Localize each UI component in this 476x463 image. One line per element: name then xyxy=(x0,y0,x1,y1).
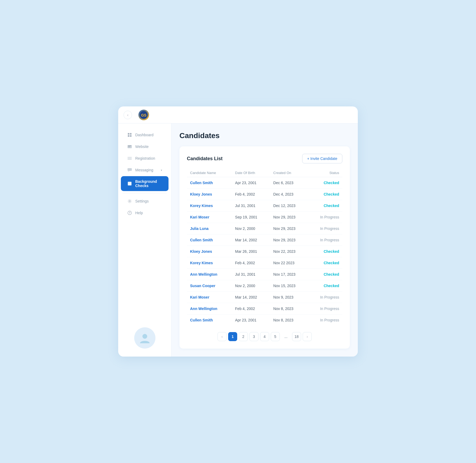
candidate-name[interactable]: Kloey Jones xyxy=(187,246,232,257)
avatar xyxy=(134,327,155,349)
pagination-page-1[interactable]: 1 xyxy=(228,332,237,341)
help-icon: ? xyxy=(127,210,132,215)
candidate-name[interactable]: Ann Wellington xyxy=(187,303,232,315)
svg-rect-10 xyxy=(128,158,132,159)
app-window: ‹ GS xyxy=(118,106,358,357)
sidebar-item-settings[interactable]: Settings xyxy=(121,196,169,207)
candidate-status: Checked xyxy=(308,246,342,257)
candidates-table: Candidate Name Date Of Birth Created On … xyxy=(187,169,342,326)
svg-rect-11 xyxy=(128,159,132,160)
svg-rect-9 xyxy=(128,157,132,158)
pagination-page-3[interactable]: 3 xyxy=(249,332,258,341)
candidate-dob: Mar 14, 2002 xyxy=(232,234,270,246)
candidate-created: Dec 6, 2023 xyxy=(270,177,309,189)
invite-candidate-button[interactable]: + Invite Candidate xyxy=(302,154,342,163)
sidebar-item-registration[interactable]: Registration xyxy=(121,153,169,164)
sidebar-item-label: Website xyxy=(135,144,149,149)
collapse-button[interactable]: ‹ xyxy=(124,111,132,119)
candidate-created: Nov 29, 2023 xyxy=(270,212,309,223)
logo-area: GS xyxy=(138,110,149,120)
candidate-dob: Sep 19, 2001 xyxy=(232,212,270,223)
svg-rect-5 xyxy=(130,135,132,137)
website-icon xyxy=(127,144,132,149)
pagination-page-18[interactable]: 18 xyxy=(292,332,301,341)
candidate-dob: Apr 23, 2001 xyxy=(232,177,270,189)
svg-rect-4 xyxy=(128,135,129,137)
candidate-status: In Progress xyxy=(308,292,342,303)
chevron-down-icon: ▾ xyxy=(161,169,162,172)
dashboard-icon xyxy=(127,133,132,137)
table-row: Kloey JonesMar 26, 2001Nov 22, 2023Check… xyxy=(187,246,342,257)
table-row: Ann WellingtonFeb 4, 2002Nov 8, 2023In P… xyxy=(187,303,342,315)
sidebar-divider xyxy=(122,193,167,193)
svg-point-15 xyxy=(129,201,130,202)
table-row: Kari MoserSep 19, 2001Nov 29, 2023In Pro… xyxy=(187,212,342,223)
svg-rect-12 xyxy=(128,168,132,171)
candidate-created: Nov 8, 2023 xyxy=(270,315,309,326)
candidate-status: Checked xyxy=(308,269,342,280)
sidebar-item-background-checks[interactable]: Background Checks xyxy=(121,176,169,191)
candidate-dob: Nov 2, 2000 xyxy=(232,280,270,292)
table-row: Cullen SmithApr 23, 2001Dec 6, 2023Check… xyxy=(187,177,342,189)
sidebar-item-website[interactable]: Website xyxy=(121,141,169,152)
pagination: ‹ 1 2 3 4 5 ... 18 › xyxy=(187,332,342,341)
settings-icon xyxy=(127,199,132,204)
candidate-dob: Feb 4, 2002 xyxy=(232,189,270,200)
candidate-created: Dec 12, 2023 xyxy=(270,200,309,212)
candidate-status: Checked xyxy=(308,189,342,200)
candidate-name[interactable]: Ann Wellington xyxy=(187,269,232,280)
candidate-created: Nov 29, 2023 xyxy=(270,234,309,246)
pagination-page-4[interactable]: 4 xyxy=(260,332,269,341)
team-logo: GS xyxy=(138,110,149,120)
table-row: Korey KimesJul 31, 2001Dec 12, 2023Check… xyxy=(187,200,342,212)
col-status: Status xyxy=(308,169,342,177)
sidebar-item-label: Dashboard xyxy=(135,133,154,137)
svg-marker-13 xyxy=(128,171,130,172)
candidate-created: Nov 9, 2023 xyxy=(270,292,309,303)
candidate-name[interactable]: Kloey Jones xyxy=(187,189,232,200)
table-row: Cullen SmithApr 23, 2001Nov 8, 2023In Pr… xyxy=(187,315,342,326)
table-body: Cullen SmithApr 23, 2001Dec 6, 2023Check… xyxy=(187,177,342,326)
sidebar-item-dashboard[interactable]: Dashboard xyxy=(121,129,169,140)
sidebar-avatar-area xyxy=(118,327,171,349)
candidate-name[interactable]: Cullen Smith xyxy=(187,177,232,189)
warriors-logo-svg: GS xyxy=(139,111,148,119)
sidebar-item-label: Registration xyxy=(135,156,155,160)
sidebar: Dashboard Website xyxy=(118,123,171,357)
pagination-next-button[interactable]: › xyxy=(303,332,312,341)
pagination-page-5[interactable]: 5 xyxy=(271,332,280,341)
candidate-name[interactable]: Korey Kimes xyxy=(187,257,232,269)
candidate-name[interactable]: Kari Moser xyxy=(187,212,232,223)
candidate-created: Nov 8, 2023 xyxy=(270,303,309,315)
candidate-name[interactable]: Cullen Smith xyxy=(187,315,232,326)
card-title: Candidates List xyxy=(187,156,223,162)
candidate-name[interactable]: Susan Cooper xyxy=(187,280,232,292)
col-name: Candidate Name xyxy=(187,169,232,177)
candidate-dob: Jul 31, 2001 xyxy=(232,269,270,280)
candidate-status: In Progress xyxy=(308,223,342,234)
candidate-dob: Feb 4, 2002 xyxy=(232,303,270,315)
sidebar-item-label: Help xyxy=(135,211,143,215)
svg-rect-2 xyxy=(128,133,129,135)
candidate-created: Nov 22, 2023 xyxy=(270,246,309,257)
col-created: Created On xyxy=(270,169,309,177)
svg-rect-3 xyxy=(130,133,132,135)
svg-point-18 xyxy=(142,334,147,339)
candidate-name[interactable]: Korey Kimes xyxy=(187,200,232,212)
chevron-left-icon: ‹ xyxy=(127,113,129,117)
candidate-dob: Nov 2, 2000 xyxy=(232,223,270,234)
candidate-name[interactable]: Cullen Smith xyxy=(187,234,232,246)
table-row: Ann WellingtonJul 31, 2001Nov 17, 2023Ch… xyxy=(187,269,342,280)
messaging-icon xyxy=(127,168,132,172)
pagination-page-2[interactable]: 2 xyxy=(239,332,248,341)
background-checks-icon xyxy=(127,181,132,186)
main-layout: Dashboard Website xyxy=(118,123,358,357)
candidate-name[interactable]: Julia Luna xyxy=(187,223,232,234)
pagination-prev-button[interactable]: ‹ xyxy=(218,332,227,341)
registration-icon xyxy=(127,156,132,161)
candidate-status: In Progress xyxy=(308,212,342,223)
candidate-name[interactable]: Kari Moser xyxy=(187,292,232,303)
sidebar-item-help[interactable]: ? Help xyxy=(121,207,169,218)
card-header: Candidates List + Invite Candidate xyxy=(187,154,342,163)
sidebar-item-messaging[interactable]: Messaging ▾ xyxy=(121,164,169,176)
